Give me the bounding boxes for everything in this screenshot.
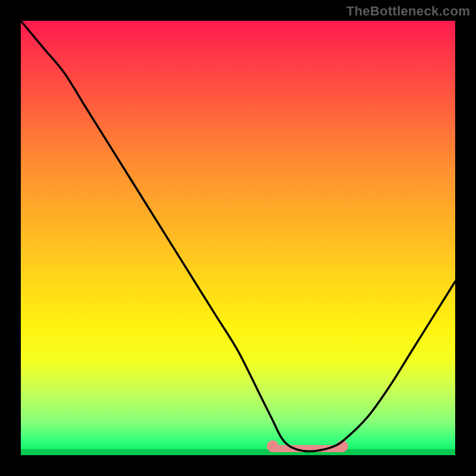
watermark-text: TheBottleneck.com [346, 4, 470, 19]
curve-layer [21, 21, 455, 455]
bottleneck-curve [21, 21, 455, 452]
plot-area [21, 21, 455, 455]
recommended-range-left-cap [267, 440, 278, 452]
chart-frame: TheBottleneck.com [0, 0, 476, 476]
